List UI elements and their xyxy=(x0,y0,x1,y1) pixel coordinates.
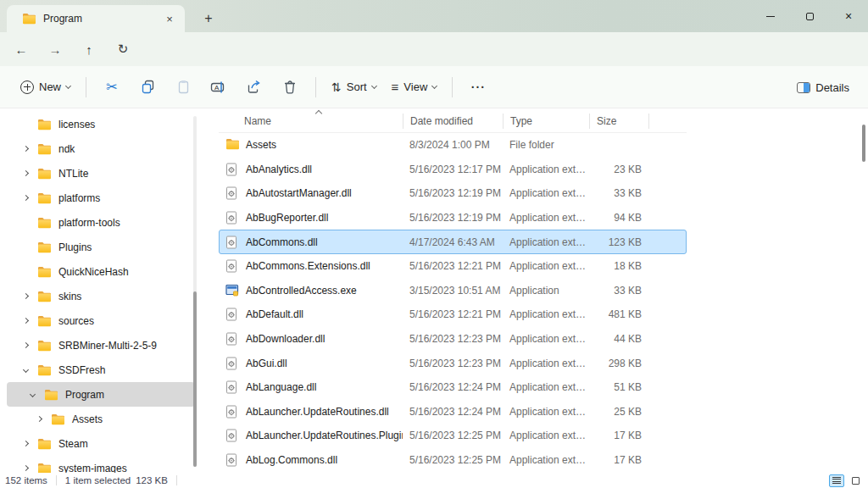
file-type: Application exten... xyxy=(503,308,589,320)
sidebar-scrollbar[interactable] xyxy=(193,116,197,467)
file-date: 5/16/2023 12:21 PM xyxy=(403,260,503,272)
copy-button[interactable] xyxy=(131,73,164,102)
file-date: 3/15/2023 10:51 AM xyxy=(403,285,503,297)
tab-program[interactable]: Program × xyxy=(7,5,185,32)
file-type: Application exten... xyxy=(503,164,589,175)
close-button[interactable]: × xyxy=(829,0,868,32)
chevron-right-icon[interactable] xyxy=(32,413,46,426)
column-header-date-modified[interactable]: Date modified xyxy=(403,109,504,132)
chevron-right-icon[interactable] xyxy=(19,462,32,474)
sidebar-scrollbar-thumb[interactable] xyxy=(193,291,197,467)
sidebar-item-srbminer-multi-2-5-9[interactable]: SRBMiner-Multi-2-5-9 xyxy=(7,333,195,358)
up-button[interactable]: ↑ xyxy=(75,36,103,62)
details-view-toggle[interactable] xyxy=(829,474,844,487)
file-name: AbDownloader.dll xyxy=(246,333,325,345)
file-list-scrollbar-thumb[interactable] xyxy=(862,125,865,162)
chevron-right-icon[interactable] xyxy=(19,437,32,451)
file-type: File folder xyxy=(503,139,589,151)
content-area: licensesndkNTLiteplatformsplatform-tools… xyxy=(0,109,868,473)
sidebar-item-ntlite[interactable]: NTLite xyxy=(7,161,195,186)
chevron-right-icon[interactable] xyxy=(19,314,32,328)
sidebar-item-quicknicehash[interactable]: QuickNiceHash xyxy=(7,259,195,284)
sidebar-item-program[interactable]: Program xyxy=(7,382,195,407)
file-row-abcontrolledaccess-exe[interactable]: AbControlledAccess.exe3/15/2023 10:51 AM… xyxy=(219,279,687,303)
sidebar-item-steam[interactable]: Steam xyxy=(7,431,195,456)
chevron-down-icon[interactable] xyxy=(25,388,39,402)
file-name: AbControlledAccess.exe xyxy=(246,285,357,297)
file-row-ablog-commons-dll[interactable]: AbLog.Commons.dll5/16/2023 12:25 PMAppli… xyxy=(219,448,687,473)
file-name: AbAutostartManager.dll xyxy=(246,187,352,199)
forward-button[interactable]: → xyxy=(41,36,70,62)
status-bar: 152 items 1 item selected 123 KB xyxy=(0,473,868,488)
sort-button[interactable]: ⇅ Sort xyxy=(325,75,383,99)
sidebar-item-plugins[interactable]: Plugins xyxy=(7,235,195,259)
file-row-abanalytics-dll[interactable]: AbAnalytics.dll5/16/2023 12:17 PMApplica… xyxy=(219,158,687,182)
chevron-right-icon[interactable] xyxy=(19,167,32,180)
delete-button[interactable] xyxy=(273,73,307,102)
sidebar-item-ssdfresh[interactable]: SSDFresh xyxy=(7,358,195,382)
column-header-type[interactable]: Type xyxy=(504,109,590,132)
rename-button[interactable]: A xyxy=(202,73,236,102)
file-name: AbLanguage.dll xyxy=(246,381,316,393)
file-row-ablanguage-dll[interactable]: AbLanguage.dll5/16/2023 12:24 PMApplicat… xyxy=(219,375,687,400)
sidebar-item-licenses[interactable]: licenses xyxy=(7,112,195,136)
chevron-down-icon xyxy=(65,82,71,88)
minimize-icon xyxy=(766,16,775,17)
chevron-right-icon[interactable] xyxy=(19,191,32,205)
toolbar-divider xyxy=(86,77,86,97)
file-date: 5/16/2023 12:19 PM xyxy=(403,212,503,224)
file-row-abcommons-dll[interactable]: AbCommons.dll4/17/2024 6:43 AMApplicatio… xyxy=(219,230,687,254)
column-header-name[interactable]: Name xyxy=(219,109,403,132)
maximize-button[interactable] xyxy=(790,0,829,32)
share-button[interactable] xyxy=(237,73,271,102)
more-options-button[interactable]: ··· xyxy=(461,73,495,102)
cut-button[interactable]: ✂ xyxy=(95,73,129,102)
file-size: 17 KB xyxy=(589,430,647,441)
folder-icon xyxy=(37,291,52,302)
new-button[interactable]: New xyxy=(14,75,77,99)
file-row-assets[interactable]: Assets8/3/2024 1:00 PMFile folder xyxy=(219,133,687,158)
thumbnails-view-toggle[interactable] xyxy=(848,474,863,487)
chevron-right-icon[interactable] xyxy=(19,290,32,303)
paste-button[interactable] xyxy=(166,73,200,102)
sidebar-item-label: licenses xyxy=(58,119,95,130)
sidebar-item-label: SRBMiner-Multi-2-5-9 xyxy=(58,340,157,352)
file-row-ablauncher-updateroutines-dll[interactable]: AbLauncher.UpdateRoutines.dll5/16/2023 1… xyxy=(219,400,687,424)
file-row-abbugreporter-dll[interactable]: AbBugReporter.dll5/16/2023 12:19 PMAppli… xyxy=(219,206,687,230)
sidebar-item-skins[interactable]: skins xyxy=(7,284,195,308)
view-button[interactable]: ≡ View xyxy=(385,75,444,99)
sidebar-item-sources[interactable]: sources xyxy=(7,308,195,333)
file-size: 33 KB xyxy=(589,285,647,297)
sidebar-item-system-images[interactable]: system-images xyxy=(7,456,195,473)
file-row-abgui-dll[interactable]: AbGui.dll5/16/2023 12:23 PMApplication e… xyxy=(219,351,687,375)
sidebar-item-platforms[interactable]: platforms xyxy=(7,186,195,210)
minimize-button[interactable] xyxy=(751,0,790,32)
sidebar-item-platform-tools[interactable]: platform-tools xyxy=(7,210,195,235)
file-row-abdefault-dll[interactable]: AbDefault.dll5/16/2023 12:21 PMApplicati… xyxy=(219,302,687,327)
sidebar-item-label: ndk xyxy=(58,143,75,155)
statusbar-divider xyxy=(176,475,177,485)
column-header-spacer xyxy=(649,109,687,132)
file-size: 51 KB xyxy=(589,381,647,393)
new-tab-button[interactable]: + xyxy=(198,8,219,29)
sidebar-item-assets[interactable]: Assets xyxy=(7,407,195,431)
chevron-right-icon[interactable] xyxy=(19,142,32,156)
title-bar: Program × + × xyxy=(0,0,868,32)
chevron-right-icon[interactable] xyxy=(19,339,32,352)
ellipsis-icon: ··· xyxy=(471,80,486,94)
dll-file-icon xyxy=(225,211,239,225)
file-row-abcommons-extensions-dll[interactable]: AbCommons.Extensions.dll5/16/2023 12:21 … xyxy=(219,254,687,279)
file-row-abautostartmanager-dll[interactable]: AbAutostartManager.dll5/16/2023 12:19 PM… xyxy=(219,181,687,206)
file-row-abdownloader-dll[interactable]: AbDownloader.dll5/16/2023 12:23 PMApplic… xyxy=(219,327,687,352)
refresh-button[interactable]: ↻ xyxy=(108,36,137,62)
column-header-size[interactable]: Size xyxy=(590,109,649,132)
details-pane-button[interactable]: Details xyxy=(790,76,856,99)
sidebar-item-ndk[interactable]: ndk xyxy=(7,136,195,161)
back-button[interactable]: ← xyxy=(7,36,36,62)
sidebar-item-label: platform-tools xyxy=(58,217,120,229)
folder-icon xyxy=(44,389,58,401)
chevron-down-icon[interactable] xyxy=(19,363,32,377)
file-row-ablauncher-updateroutines-plugin-base-[interactable]: AbLauncher.UpdateRoutines.Plugin.Base...… xyxy=(219,424,687,448)
tab-close-icon[interactable]: × xyxy=(161,10,178,27)
file-name: AbLauncher.UpdateRoutines.dll xyxy=(246,406,389,418)
